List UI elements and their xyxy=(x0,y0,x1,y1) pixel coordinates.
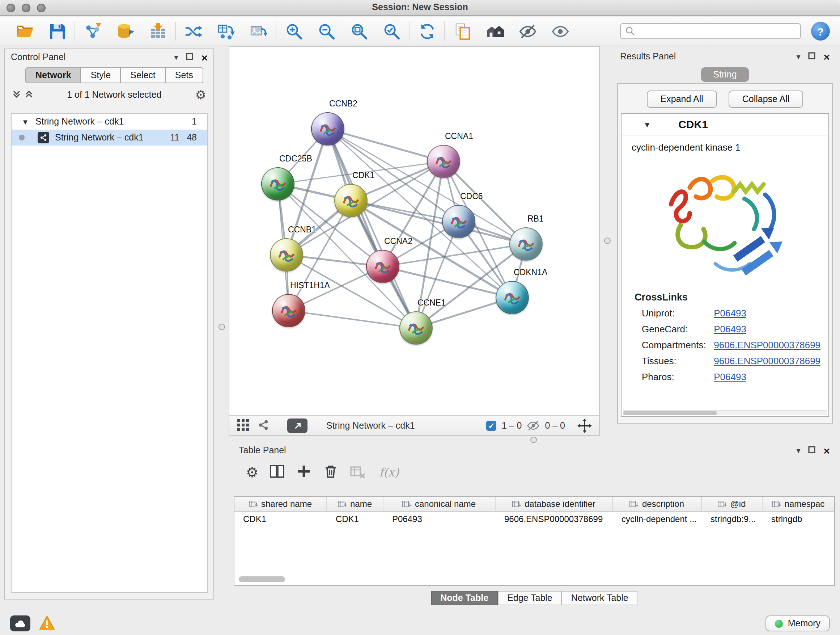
cell-description[interactable]: cyclin-dependent ... xyxy=(613,512,702,527)
tab-sets[interactable]: Sets xyxy=(166,67,203,83)
scrollbar-thumb[interactable] xyxy=(623,411,717,415)
network-options-gear-icon[interactable]: ⚙ xyxy=(195,89,207,101)
crosslink-link[interactable]: P06493 xyxy=(714,371,746,382)
zoom-fit-button[interactable] xyxy=(348,20,370,42)
column-header-namespace[interactable]: namespac xyxy=(763,497,834,511)
network-node-CCNA2[interactable] xyxy=(366,250,399,283)
network-node-CDC6[interactable] xyxy=(442,205,475,238)
network-node-CDKN1A[interactable] xyxy=(496,281,529,314)
column-header-canonical-name[interactable]: canonical name xyxy=(384,497,496,511)
results-horizontal-scrollbar[interactable] xyxy=(623,410,827,415)
home-button[interactable] xyxy=(484,20,506,42)
panel-menu-button[interactable]: ▾ xyxy=(796,447,800,454)
cloud-button[interactable] xyxy=(10,616,30,631)
add-column-button[interactable] xyxy=(296,463,312,481)
cell-id[interactable]: stringdb:9... xyxy=(702,512,763,527)
collapse-tree-button[interactable] xyxy=(25,89,33,100)
crosslink-link[interactable]: P06493 xyxy=(714,324,746,334)
network-node-CCNE1[interactable] xyxy=(399,311,433,345)
cell-database-identifier[interactable]: 9606.ENSP00000378699 xyxy=(496,512,613,527)
network-node-RB1[interactable] xyxy=(509,227,543,261)
memory-button[interactable]: Memory xyxy=(766,616,830,631)
network-node-CCNB1[interactable] xyxy=(270,238,303,272)
tab-node-table[interactable]: Node Table xyxy=(431,591,498,605)
network-row-selected[interactable]: String Network – cdk1 11 48 xyxy=(11,130,207,146)
open-session-button[interactable] xyxy=(14,20,35,42)
network-node-CCNA1[interactable] xyxy=(427,145,460,178)
zoom-in-icon xyxy=(285,22,303,40)
tab-select[interactable]: Select xyxy=(121,67,166,83)
selected-indicator-checkbox[interactable]: ✓ xyxy=(486,421,497,431)
column-header-name[interactable]: name xyxy=(327,497,384,511)
tab-string[interactable]: String xyxy=(701,67,749,82)
save-icon xyxy=(48,22,66,40)
left-splitter-handle[interactable] xyxy=(218,324,225,330)
import-network-from-database-button[interactable] xyxy=(114,20,136,42)
table-options-gear-icon[interactable]: ⚙ xyxy=(246,466,258,479)
collapse-all-button[interactable]: Collapse All xyxy=(729,90,804,108)
import-table-from-file-button[interactable] xyxy=(147,20,169,42)
table-row[interactable]: CDK1 CDK1 P06493 9606.ENSP00000378699 cy… xyxy=(234,512,834,527)
help-button[interactable]: ? xyxy=(811,22,830,41)
panel-close-button[interactable]: × xyxy=(823,445,830,456)
search-box xyxy=(620,23,801,39)
panel-close-button[interactable]: × xyxy=(823,51,830,62)
refresh-button[interactable] xyxy=(416,20,438,42)
panel-float-button[interactable] xyxy=(186,52,193,62)
column-header-shared-name[interactable]: shared name xyxy=(234,497,327,511)
tab-edge-table[interactable]: Edge Table xyxy=(498,591,562,605)
panel-menu-button[interactable]: ▾ xyxy=(796,52,800,60)
detach-view-button[interactable] xyxy=(287,418,308,433)
zoom-selected-button[interactable] xyxy=(381,20,402,42)
column-header-database-identifier[interactable]: database identifier xyxy=(496,497,613,511)
warning-button[interactable] xyxy=(39,615,55,632)
panel-float-button[interactable] xyxy=(808,445,815,455)
search-input[interactable] xyxy=(638,26,796,36)
zoom-out-button[interactable] xyxy=(316,20,337,42)
panel-menu-button[interactable]: ▾ xyxy=(174,53,178,61)
table-horizontal-scrollbar-thumb[interactable] xyxy=(239,576,285,582)
network-overview-button[interactable] xyxy=(257,418,270,433)
network-collection-row[interactable]: ▼ String Network – cdk1 1 xyxy=(11,114,207,130)
network-node-CDK1[interactable] xyxy=(334,184,368,217)
new-network-from-selection-button[interactable] xyxy=(182,20,204,42)
crosslink-link[interactable]: 9606.ENSP00000378699 xyxy=(714,356,821,366)
cell-name[interactable]: CDK1 xyxy=(327,512,384,527)
crosslink-link[interactable]: P06493 xyxy=(714,308,746,318)
panel-float-button[interactable] xyxy=(808,51,815,62)
hide-results-button[interactable] xyxy=(516,20,538,42)
right-splitter-handle[interactable] xyxy=(604,238,611,244)
show-columns-button[interactable] xyxy=(269,463,285,481)
export-image-button[interactable] xyxy=(248,20,269,42)
grid-view-button[interactable] xyxy=(237,418,249,433)
function-builder-button[interactable]: f(x) xyxy=(379,466,399,479)
network-node-CCNB2[interactable] xyxy=(311,112,344,146)
expand-tree-button[interactable] xyxy=(12,89,21,100)
tab-network-table[interactable]: Network Table xyxy=(562,591,638,605)
move-crosshair-icon[interactable] xyxy=(577,418,592,433)
delete-table-button[interactable] xyxy=(349,463,365,481)
cell-canonical-name[interactable]: P06493 xyxy=(384,512,496,527)
panel-close-button[interactable]: × xyxy=(201,52,208,63)
column-header-description[interactable]: description xyxy=(613,497,702,511)
network-node-CDC25B[interactable] xyxy=(261,167,294,201)
save-session-button[interactable] xyxy=(46,20,68,42)
network-node-HIST1H1A[interactable] xyxy=(272,294,305,327)
new-network-from-table-button[interactable] xyxy=(215,20,237,42)
tab-style[interactable]: Style xyxy=(81,67,121,83)
import-network-from-file-button[interactable] xyxy=(82,20,103,42)
show-results-button[interactable] xyxy=(549,20,571,42)
bottom-splitter-handle[interactable] xyxy=(531,437,537,443)
expand-all-button[interactable]: Expand All xyxy=(647,90,717,108)
zoom-in-button[interactable] xyxy=(283,20,305,42)
network-canvas[interactable]: CCNB2CCNA1CDC25BCDK1CDC6RB1CCNB1CCNA2CDK… xyxy=(229,46,600,416)
cell-shared-name[interactable]: CDK1 xyxy=(234,512,327,527)
column-header-id[interactable]: @id xyxy=(702,497,763,511)
tab-network[interactable]: Network xyxy=(25,67,81,83)
cell-namespace[interactable]: stringdb xyxy=(763,512,834,527)
delete-column-button[interactable] xyxy=(323,463,339,481)
copy-document-button[interactable] xyxy=(452,20,473,42)
crosslink-label: Tissues: xyxy=(642,356,711,366)
crosslink-link[interactable]: 9606.ENSP00000378699 xyxy=(714,340,821,350)
collapse-triangle-icon[interactable]: ▼ xyxy=(22,118,29,126)
